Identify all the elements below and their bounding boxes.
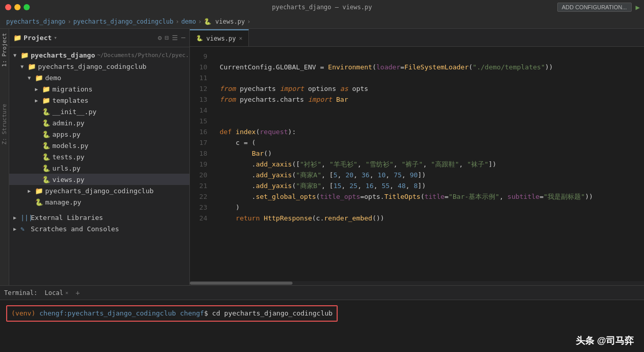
tree-item-ext-libs[interactable]: ▶ ||| External Libraries (9, 212, 189, 223)
file-tree: ▼ 📁 pyecharts_django ~/Documents/Python/… (9, 47, 189, 285)
line-numbers: 9 10 11 12 13 14 15 16 17 18 19 20 21 22… (190, 47, 211, 281)
title-bar: pyecharts_django – views.py ADD CONFIGUR… (0, 0, 644, 14)
folder-icon: 📁 (35, 187, 43, 195)
tree-item-urls[interactable]: 🐍 urls.py (9, 162, 189, 174)
folder-icon: 📁 (35, 74, 43, 82)
terminal-tab-local[interactable]: Local ✕ (42, 288, 71, 298)
tree-item-root[interactable]: ▼ 📁 pyecharts_django ~/Documents/Python/… (9, 49, 189, 61)
breadcrumb: pyecharts_django › pyecharts_django_codi… (0, 14, 644, 29)
terminal-label: Terminal: (4, 289, 37, 297)
main-layout: 1: Project Z: Structure 📁 Project ▾ ⚙ ⊟ … (0, 29, 644, 285)
tab-label: views.py (206, 35, 236, 42)
close-panel-icon[interactable]: ─ (181, 34, 185, 42)
sync-icon[interactable]: ⚙ (158, 34, 162, 42)
tree-item-admin[interactable]: 🐍 admin.py (9, 117, 189, 128)
tree-item-scratches[interactable]: ▶ ✎ Scratches and Consoles (9, 223, 189, 234)
tab-views-py[interactable]: 🐍 views.py ✕ (190, 29, 249, 46)
code-editor: 9 10 11 12 13 14 15 16 17 18 19 20 21 22… (190, 47, 644, 281)
breadcrumb-item-2[interactable]: pyecharts_django_codingclub (73, 18, 173, 25)
tree-item-demo[interactable]: ▼ 📁 demo (9, 72, 189, 83)
folder-icon: 📁 (42, 85, 50, 93)
terminal-tab-bar: Terminal: Local ✕ + (0, 286, 644, 300)
scrollbar-thumb[interactable] (190, 282, 292, 285)
traffic-lights (0, 4, 30, 10)
project-header: 📁 Project ▾ ⚙ ⊟ ☰ ─ (9, 29, 189, 47)
close-button[interactable] (5, 4, 11, 10)
python-file-icon: 🐍 (42, 164, 50, 172)
terminal-panel: Terminal: Local ✕ + (venv) chengf:pyecha… (0, 285, 644, 352)
scratches-icon: ✎ (21, 225, 29, 233)
code-content[interactable]: CurrentConfig.GLOBAL_ENV = Environment(l… (211, 47, 644, 281)
terminal-tab-name: Local (45, 289, 63, 297)
python-file-icon: 🐍 (35, 198, 43, 206)
tree-item-models[interactable]: 🐍 models.py (9, 140, 189, 151)
tree-item-codingclub-sub[interactable]: ▶ 📁 pyecharts_django_codingclub (9, 185, 189, 196)
terminal-content: (venv) chengf:pyecharts_django_codingclu… (0, 300, 644, 325)
python-file-icon: 🐍 (42, 176, 50, 183)
project-header-icons: ⚙ ⊟ ☰ ─ (158, 34, 185, 42)
tab-file-icon: 🐍 (196, 35, 203, 42)
tree-item-tests[interactable]: 🐍 tests.py (9, 151, 189, 162)
library-icon: ||| (21, 214, 29, 221)
terminal-command-line: (venv) chengf:pyecharts_django_codingclu… (6, 305, 338, 322)
breadcrumb-item-file[interactable]: 🐍 views.py (204, 18, 245, 25)
python-file-icon: 🐍 (42, 108, 50, 116)
title-bar-right: ADD CONFIGURATION... ▶ (557, 3, 644, 12)
folder-icon: 📁 (21, 51, 29, 59)
minimize-button[interactable] (14, 4, 21, 10)
breadcrumb-item-3[interactable]: demo (181, 18, 196, 25)
sidebar-panel: 1: Project Z: Structure 📁 Project ▾ ⚙ ⊟ … (0, 29, 190, 285)
editor-area: 🐍 views.py ✕ 9 10 11 12 13 14 15 16 17 1… (190, 29, 644, 285)
terminal-tab-close[interactable]: ✕ (65, 290, 68, 295)
tree-item-codingclub[interactable]: ▼ 📁 pyecharts_django_codingclub (9, 61, 189, 72)
tree-item-apps[interactable]: 🐍 apps.py (9, 128, 189, 140)
tree-item-init[interactable]: 🐍 __init__.py (9, 106, 189, 117)
python-file-icon: 🐍 (42, 119, 50, 127)
tree-item-templates[interactable]: ▶ 📁 templates (9, 95, 189, 106)
project-title: 📁 Project ▾ (13, 34, 57, 42)
collapse-icon[interactable]: ⊟ (165, 34, 169, 42)
tab-bar: 🐍 views.py ✕ (190, 29, 644, 47)
run-button[interactable]: ▶ (636, 3, 640, 11)
horizontal-scrollbar[interactable] (190, 281, 644, 285)
terminal-add-button[interactable]: + (75, 289, 80, 297)
folder-icon: 📁 (42, 97, 50, 104)
tree-item-manage[interactable]: 🐍 manage.py (9, 196, 189, 208)
python-file-icon: 🐍 (42, 153, 50, 161)
window-title: pyecharts_django – views.py (272, 4, 372, 11)
sidebar-left-icons: 1: Project Z: Structure (0, 29, 9, 285)
breadcrumb-item-1[interactable]: pyecharts_django (6, 18, 66, 25)
python-file-icon: 🐍 (42, 131, 50, 138)
settings-icon[interactable]: ☰ (172, 34, 178, 42)
tab-close-button[interactable]: ✕ (239, 35, 243, 42)
python-file-icon: 🐍 (42, 142, 50, 150)
watermark: 头条 @司马弈 (576, 335, 634, 347)
project-panel-icon[interactable]: 1: Project (1, 33, 8, 67)
add-configuration-button[interactable]: ADD CONFIGURATION... (557, 3, 632, 12)
structure-panel-icon[interactable]: Z: Structure (1, 104, 8, 144)
project-panel: 📁 Project ▾ ⚙ ⊟ ☰ ─ ▼ 📁 pyecharts_django (9, 29, 189, 285)
tree-item-views[interactable]: 🐍 views.py (9, 174, 189, 185)
folder-icon: 📁 (28, 63, 36, 70)
tree-item-migrations[interactable]: ▶ 📁 migrations (9, 83, 189, 95)
maximize-button[interactable] (24, 4, 30, 10)
